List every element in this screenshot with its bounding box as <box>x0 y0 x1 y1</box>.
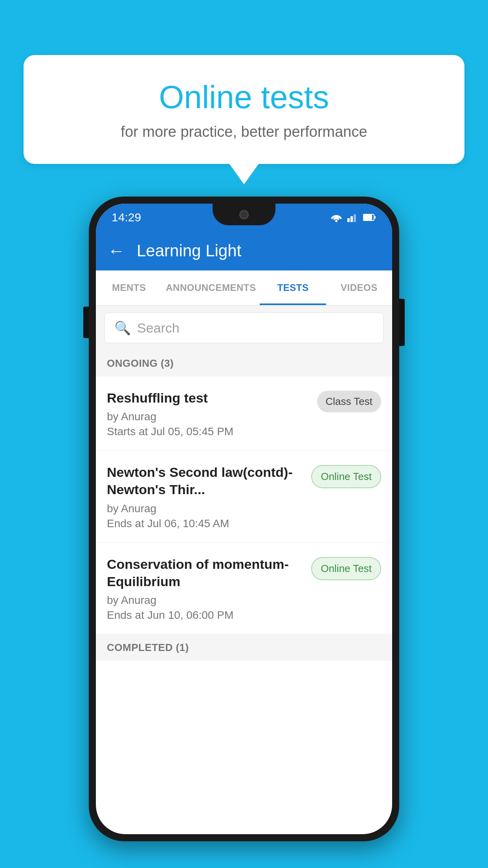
test-title: Reshuffling test <box>107 389 309 406</box>
test-title: Conservation of momentum-Equilibrium <box>107 555 303 590</box>
status-icons <box>330 213 376 222</box>
wifi-icon <box>330 213 343 222</box>
app-bar-title: Learning Light <box>137 241 241 260</box>
phone-container: 14:29 <box>89 197 399 841</box>
back-button[interactable]: ← <box>108 241 125 261</box>
svg-rect-2 <box>354 214 356 222</box>
test-item[interactable]: Conservation of momentum-Equilibrium by … <box>96 543 392 634</box>
test-item[interactable]: Reshuffling test by Anurag Starts at Jul… <box>96 377 392 451</box>
camera <box>239 210 249 219</box>
speech-bubble-subtitle: for more practice, better performance <box>51 123 437 140</box>
test-item-content: Newton's Second law(contd)-Newton's Thir… <box>107 463 303 530</box>
tab-ments[interactable]: MENTS <box>96 270 162 305</box>
test-date: Starts at Jul 05, 05:45 PM <box>107 425 309 438</box>
svg-rect-4 <box>363 215 372 220</box>
signal-icon <box>347 213 358 222</box>
speech-bubble: Online tests for more practice, better p… <box>24 55 464 164</box>
search-icon: 🔍 <box>114 320 131 336</box>
test-title: Newton's Second law(contd)-Newton's Thir… <box>107 463 303 498</box>
notch <box>213 204 275 225</box>
status-time: 14:29 <box>112 211 141 224</box>
test-date: Ends at Jun 10, 06:00 PM <box>107 609 303 622</box>
test-item-content: Reshuffling test by Anurag Starts at Jul… <box>107 389 309 438</box>
status-bar: 14:29 <box>96 204 392 231</box>
app-bar: ← Learning Light <box>96 231 392 270</box>
speech-bubble-title: Online tests <box>51 79 437 116</box>
svg-rect-1 <box>350 216 353 222</box>
test-author: by Anurag <box>107 594 303 607</box>
test-badge-class: Class Test <box>317 391 381 412</box>
tab-tests[interactable]: TESTS <box>260 270 326 305</box>
speech-bubble-container: Online tests for more practice, better p… <box>24 55 464 164</box>
search-placeholder: Search <box>137 320 180 336</box>
test-list: Reshuffling test by Anurag Starts at Jul… <box>96 377 392 634</box>
battery-icon <box>363 213 376 221</box>
tabs-container: MENTS ANNOUNCEMENTS TESTS VIDEOS <box>96 270 392 305</box>
ongoing-section-header: ONGOING (3) <box>96 350 392 377</box>
test-date: Ends at Jul 06, 10:45 AM <box>107 517 303 530</box>
test-badge-online: Online Test <box>311 465 381 488</box>
test-author: by Anurag <box>107 502 303 515</box>
completed-section-header: COMPLETED (1) <box>96 634 392 661</box>
test-item[interactable]: Newton's Second law(contd)-Newton's Thir… <box>96 451 392 542</box>
phone-frame: 14:29 <box>89 197 399 841</box>
svg-rect-0 <box>347 218 350 222</box>
search-bar[interactable]: 🔍 Search <box>105 313 383 343</box>
tab-videos[interactable]: VIDEOS <box>326 270 392 305</box>
test-author: by Anurag <box>107 410 309 423</box>
tab-announcements[interactable]: ANNOUNCEMENTS <box>162 270 260 305</box>
test-badge-online-2: Online Test <box>311 557 381 580</box>
test-item-content: Conservation of momentum-Equilibrium by … <box>107 555 303 622</box>
svg-rect-5 <box>374 216 376 219</box>
search-container: 🔍 Search <box>96 305 392 350</box>
phone-inner: 14:29 <box>96 204 392 834</box>
